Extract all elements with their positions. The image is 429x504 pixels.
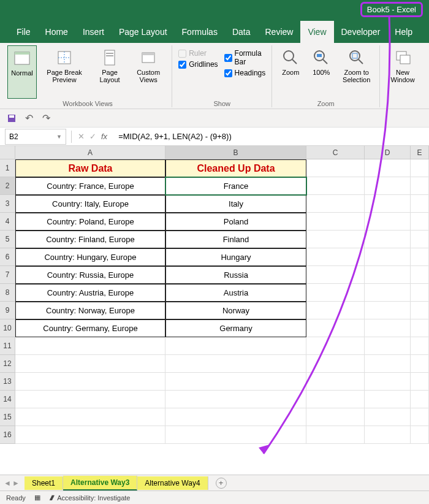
row-header[interactable]: 5 [0, 231, 15, 248]
fx-icon[interactable]: fx [101, 132, 107, 141]
tab-home[interactable]: Home [38, 21, 75, 43]
cell[interactable]: Raw Data [15, 159, 165, 177]
cell[interactable] [365, 391, 411, 408]
cell[interactable] [411, 248, 429, 266]
cell[interactable]: France [165, 177, 306, 195]
cell[interactable]: Country: France, Europe [15, 177, 165, 195]
sheet-nav-next-icon[interactable]: ► [12, 479, 20, 487]
cell[interactable] [411, 302, 429, 319]
cell[interactable] [411, 391, 429, 408]
name-box-dropdown-icon[interactable]: ▼ [56, 134, 62, 140]
row-header[interactable]: 6 [0, 248, 15, 266]
macro-record-icon[interactable]: ▦ [34, 494, 40, 502]
cell[interactable]: Cleaned Up Data [165, 159, 306, 177]
cell[interactable] [365, 426, 411, 444]
cell[interactable] [15, 337, 165, 355]
new-window-button[interactable]: New Window [384, 45, 422, 107]
col-header[interactable]: A [15, 146, 165, 159]
cell[interactable] [15, 373, 165, 391]
cell[interactable] [365, 231, 411, 248]
cell[interactable] [306, 213, 365, 231]
formula-input[interactable]: =MID(A2, 9+1, LEN(A2) - (9+8)) [113, 132, 429, 141]
cell[interactable]: Country: Finland, Europe [15, 231, 165, 248]
tab-file[interactable]: File [9, 21, 38, 43]
cell[interactable] [306, 177, 365, 195]
row-header[interactable]: 10 [0, 319, 15, 337]
cell[interactable] [365, 266, 411, 284]
row-header[interactable]: 8 [0, 284, 15, 302]
cell[interactable] [411, 284, 429, 302]
zoom-to-selection-button[interactable]: Zoom to Selection [337, 45, 376, 99]
tab-help[interactable]: Help [387, 21, 420, 43]
add-sheet-button[interactable]: + [216, 478, 227, 489]
cell[interactable]: Country: Germany, Europe [15, 319, 165, 337]
cell[interactable] [411, 319, 429, 337]
zoom-100-button[interactable]: 100% [306, 45, 336, 99]
col-header[interactable]: D [365, 146, 411, 159]
tab-developer[interactable]: Developer [334, 21, 388, 43]
cell[interactable]: Poland [165, 213, 306, 231]
cell[interactable] [411, 426, 429, 444]
cell[interactable] [306, 248, 365, 266]
cell[interactable] [365, 355, 411, 373]
cell[interactable] [306, 302, 365, 319]
cell[interactable] [15, 355, 165, 373]
cell[interactable] [411, 213, 429, 231]
cell[interactable] [306, 159, 365, 177]
cell[interactable] [15, 408, 165, 426]
cell[interactable]: Russia [165, 266, 306, 284]
sheet-nav-prev-icon[interactable]: ◄ [4, 479, 11, 487]
cell[interactable] [411, 231, 429, 248]
cell[interactable] [306, 408, 365, 426]
cell[interactable] [365, 284, 411, 302]
cell[interactable] [306, 284, 365, 302]
cell[interactable] [165, 408, 306, 426]
cell[interactable] [306, 319, 365, 337]
cancel-formula-icon[interactable]: ✕ [78, 132, 85, 141]
cell[interactable]: Norway [165, 302, 306, 319]
cell[interactable] [306, 426, 365, 444]
cell[interactable] [365, 302, 411, 319]
row-header[interactable]: 3 [0, 195, 15, 213]
accessibility-status[interactable]: 🙼 Accessibility: Investigate [49, 494, 131, 502]
cell[interactable] [165, 355, 306, 373]
cell[interactable] [15, 391, 165, 408]
cell[interactable] [165, 337, 306, 355]
row-header[interactable]: 9 [0, 302, 15, 319]
cell[interactable]: Austria [165, 284, 306, 302]
cell[interactable] [365, 248, 411, 266]
row-header[interactable]: 4 [0, 213, 15, 231]
ruler-checkbox[interactable]: Ruler [178, 49, 218, 58]
cell[interactable]: Country: Russia, Europe [15, 266, 165, 284]
row-header[interactable]: 13 [0, 373, 15, 391]
tab-review[interactable]: Review [258, 21, 301, 43]
cell[interactable] [411, 159, 429, 177]
tab-formulas[interactable]: Formulas [175, 21, 225, 43]
cell[interactable]: Country: Austria, Europe [15, 284, 165, 302]
cell[interactable] [306, 391, 365, 408]
row-header[interactable]: 1 [0, 159, 15, 177]
cell[interactable]: Country: Poland, Europe [15, 213, 165, 231]
cell[interactable] [411, 408, 429, 426]
cell[interactable]: Germany [165, 319, 306, 337]
headings-checkbox[interactable]: Headings [224, 69, 266, 77]
row-header[interactable]: 15 [0, 408, 15, 426]
custom-views-button[interactable]: Custom Views [129, 45, 168, 99]
cell[interactable]: Hungary [165, 248, 306, 266]
cell[interactable] [165, 373, 306, 391]
sheet-tab[interactable]: Alternative Way4 [137, 476, 208, 490]
page-break-preview-button[interactable]: Page Break Preview [38, 45, 91, 99]
row-header[interactable]: 2 [0, 177, 15, 195]
formula-bar-checkbox[interactable]: Formula Bar [224, 49, 266, 66]
cell[interactable] [411, 337, 429, 355]
cell[interactable] [306, 195, 365, 213]
undo-icon[interactable]: ↶ [23, 113, 34, 124]
cell[interactable] [365, 159, 411, 177]
zoom-button[interactable]: Zoom [276, 45, 305, 99]
cell[interactable] [365, 213, 411, 231]
cell[interactable]: Country: Norway, Europe [15, 302, 165, 319]
cell[interactable]: Finland [165, 231, 306, 248]
enter-formula-icon[interactable]: ✓ [89, 132, 96, 141]
tab-page-layout[interactable]: Page Layout [112, 21, 175, 43]
cell[interactable]: Country: Italy, Europe [15, 195, 165, 213]
